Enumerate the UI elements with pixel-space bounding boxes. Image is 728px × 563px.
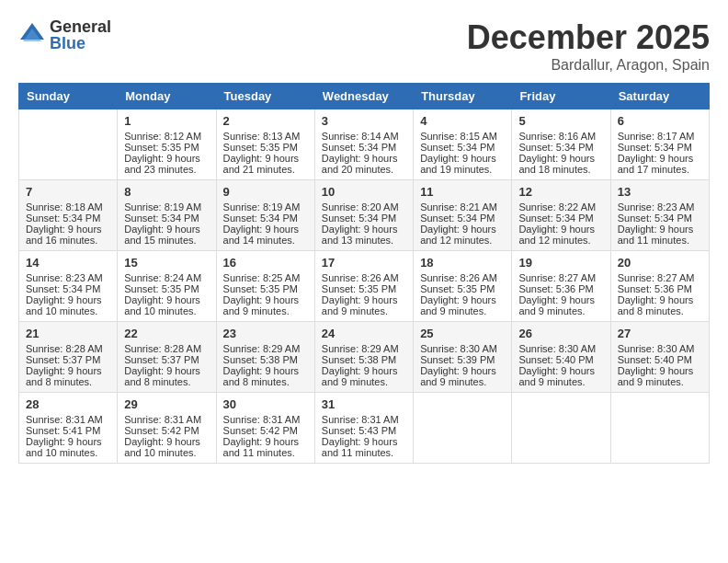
day-number: 7 xyxy=(26,185,110,199)
day-info: Sunset: 5:42 PM xyxy=(124,425,209,436)
calendar-cell: 11Sunrise: 8:21 AMSunset: 5:34 PMDayligh… xyxy=(414,180,512,251)
day-info: Sunrise: 8:23 AM xyxy=(618,201,702,213)
day-info: and 8 minutes. xyxy=(26,376,110,387)
day-info: Daylight: 9 hours xyxy=(518,365,603,376)
day-info: Sunrise: 8:21 AM xyxy=(420,201,505,213)
day-number: 31 xyxy=(322,397,406,411)
day-info: Sunset: 5:38 PM xyxy=(223,354,308,365)
day-info: Sunrise: 8:26 AM xyxy=(420,272,505,283)
calendar-cell: 12Sunrise: 8:22 AMSunset: 5:34 PMDayligh… xyxy=(512,180,610,251)
calendar-cell: 3Sunrise: 8:14 AMSunset: 5:34 PMDaylight… xyxy=(314,109,413,180)
day-number: 14 xyxy=(26,256,110,270)
day-number: 27 xyxy=(618,327,702,340)
calendar-cell: 9Sunrise: 8:19 AMSunset: 5:34 PMDaylight… xyxy=(216,180,314,251)
day-info: Sunrise: 8:31 AM xyxy=(124,414,209,425)
day-info: Sunset: 5:35 PM xyxy=(124,283,209,294)
day-info: and 11 minutes. xyxy=(322,447,406,458)
day-info: Daylight: 9 hours xyxy=(322,365,406,376)
calendar-cell: 1Sunrise: 8:12 AMSunset: 5:35 PMDaylight… xyxy=(118,109,216,180)
calendar-cell: 10Sunrise: 8:20 AMSunset: 5:34 PMDayligh… xyxy=(314,180,413,251)
logo-icon xyxy=(18,21,46,49)
day-info: Daylight: 9 hours xyxy=(26,224,110,235)
day-info: Sunrise: 8:30 AM xyxy=(618,343,702,354)
calendar-cell: 21Sunrise: 8:28 AMSunset: 5:37 PMDayligh… xyxy=(19,322,118,393)
day-info: and 19 minutes. xyxy=(420,164,505,175)
calendar-cell: 25Sunrise: 8:30 AMSunset: 5:39 PMDayligh… xyxy=(414,322,512,393)
day-info: and 21 minutes. xyxy=(223,164,308,175)
day-info: Sunset: 5:34 PM xyxy=(223,213,308,224)
day-info: Daylight: 9 hours xyxy=(322,436,406,447)
day-info: Daylight: 9 hours xyxy=(420,153,505,164)
day-info: Sunrise: 8:27 AM xyxy=(618,272,702,283)
day-info: Sunrise: 8:29 AM xyxy=(322,343,406,354)
day-info: Sunset: 5:35 PM xyxy=(223,142,308,153)
calendar-cell: 15Sunrise: 8:24 AMSunset: 5:35 PMDayligh… xyxy=(118,251,216,322)
day-info: Sunrise: 8:30 AM xyxy=(420,343,505,354)
day-info: and 11 minutes. xyxy=(618,235,702,246)
day-info: and 10 minutes. xyxy=(124,447,209,458)
day-info: Sunrise: 8:12 AM xyxy=(124,131,209,142)
day-info: Sunrise: 8:14 AM xyxy=(322,131,406,142)
calendar-cell: 28Sunrise: 8:31 AMSunset: 5:41 PMDayligh… xyxy=(19,393,118,464)
day-number: 21 xyxy=(26,327,110,340)
day-info: Sunrise: 8:17 AM xyxy=(618,131,702,142)
day-info: Sunrise: 8:25 AM xyxy=(223,272,308,283)
day-number: 3 xyxy=(322,114,406,128)
week-row-1: 1Sunrise: 8:12 AMSunset: 5:35 PMDaylight… xyxy=(19,109,710,180)
day-number: 17 xyxy=(322,256,406,270)
day-info: Sunset: 5:39 PM xyxy=(420,354,505,365)
day-info: and 8 minutes. xyxy=(223,376,308,387)
day-info: Sunrise: 8:31 AM xyxy=(223,414,308,425)
day-number: 24 xyxy=(322,327,406,340)
day-info: and 23 minutes. xyxy=(124,164,209,175)
day-info: and 14 minutes. xyxy=(223,235,308,246)
day-info: Sunrise: 8:22 AM xyxy=(518,201,603,213)
day-number: 9 xyxy=(223,185,308,199)
calendar-cell xyxy=(414,393,512,464)
header-row: SundayMondayTuesdayWednesdayThursdayFrid… xyxy=(19,84,710,109)
day-info: Daylight: 9 hours xyxy=(518,224,603,235)
day-number: 22 xyxy=(124,327,209,340)
day-info: Sunset: 5:34 PM xyxy=(420,213,505,224)
logo-blue-text: Blue xyxy=(50,35,111,52)
day-info: and 8 minutes. xyxy=(618,305,702,316)
day-info: Sunset: 5:35 PM xyxy=(124,142,209,153)
day-info: Sunset: 5:35 PM xyxy=(322,283,406,294)
day-info: Daylight: 9 hours xyxy=(420,294,505,305)
day-info: and 9 minutes. xyxy=(322,305,406,316)
day-info: Daylight: 9 hours xyxy=(26,365,110,376)
day-info: Sunset: 5:42 PM xyxy=(223,425,308,436)
calendar-cell: 18Sunrise: 8:26 AMSunset: 5:35 PMDayligh… xyxy=(414,251,512,322)
day-info: Daylight: 9 hours xyxy=(124,436,209,447)
col-header-wednesday: Wednesday xyxy=(314,84,413,109)
day-number: 29 xyxy=(124,397,209,411)
day-info: Daylight: 9 hours xyxy=(618,153,702,164)
day-info: Daylight: 9 hours xyxy=(26,294,110,305)
day-info: Sunset: 5:36 PM xyxy=(518,283,603,294)
day-info: and 9 minutes. xyxy=(518,376,603,387)
calendar-cell: 4Sunrise: 8:15 AMSunset: 5:34 PMDaylight… xyxy=(414,109,512,180)
day-info: Sunset: 5:35 PM xyxy=(223,283,308,294)
day-number: 1 xyxy=(124,114,209,128)
day-info: Sunset: 5:34 PM xyxy=(26,283,110,294)
calendar-cell: 20Sunrise: 8:27 AMSunset: 5:36 PMDayligh… xyxy=(610,251,709,322)
day-info: Sunrise: 8:19 AM xyxy=(223,201,308,213)
calendar-cell: 13Sunrise: 8:23 AMSunset: 5:34 PMDayligh… xyxy=(610,180,709,251)
day-info: and 12 minutes. xyxy=(420,235,505,246)
day-info: Daylight: 9 hours xyxy=(223,294,308,305)
day-info: and 12 minutes. xyxy=(518,235,603,246)
day-number: 19 xyxy=(518,256,603,270)
day-number: 23 xyxy=(223,327,308,340)
day-info: Daylight: 9 hours xyxy=(322,153,406,164)
location-subtitle: Bardallur, Aragon, Spain xyxy=(467,57,710,74)
calendar-cell xyxy=(19,109,118,180)
day-number: 25 xyxy=(420,327,505,340)
day-info: and 16 minutes. xyxy=(26,235,110,246)
day-info: Sunset: 5:43 PM xyxy=(322,425,406,436)
day-info: Sunset: 5:34 PM xyxy=(124,213,209,224)
day-info: and 9 minutes. xyxy=(322,376,406,387)
day-number: 15 xyxy=(124,256,209,270)
day-info: Sunrise: 8:27 AM xyxy=(518,272,603,283)
day-number: 10 xyxy=(322,185,406,199)
day-info: Sunrise: 8:19 AM xyxy=(124,201,209,213)
